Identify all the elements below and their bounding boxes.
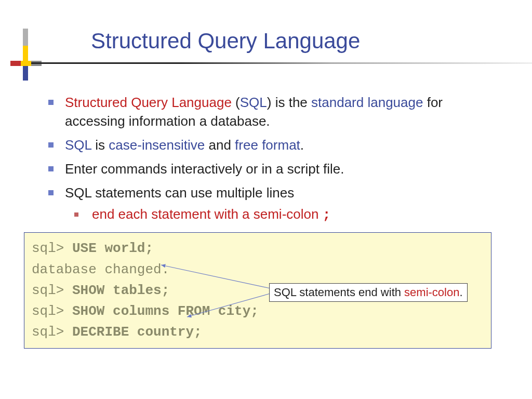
b4-sub-semi: ; <box>323 207 331 223</box>
b1-blue2: standard language <box>311 95 423 110</box>
title-divider <box>31 62 532 64</box>
b2-mid2: and <box>205 137 235 153</box>
b1-blue1: SQL <box>240 95 267 110</box>
cmd-3: SHOW tables; <box>72 283 169 298</box>
cmd-4: SHOW columns FROM city; <box>72 303 259 319</box>
bullet-list: Structured Query Language (SQL) is the s… <box>44 94 501 225</box>
code-line-5: sql> DECRIBE country; <box>32 322 484 342</box>
b2-blue3: free format <box>235 137 300 153</box>
b2-blue1: SQL <box>65 137 91 153</box>
code-line-4: sql> SHOW columns FROM city; <box>32 301 484 322</box>
b2-mid1: is <box>91 137 109 153</box>
prompt-1: sql> <box>32 241 72 256</box>
b1-red: Structured Query Language <box>65 95 232 110</box>
cmd-5: DECRIBE country; <box>72 324 202 340</box>
cmd-1: USE world; <box>72 241 153 256</box>
prompt-3: sql> <box>32 283 72 298</box>
callout-red: semi-colon <box>404 286 459 299</box>
bullet-4: SQL statements can use multiple lines en… <box>44 184 501 225</box>
callout-tail: . <box>459 286 462 299</box>
sub-bullet-list: end each statement with a semi-colon ; <box>65 205 501 225</box>
callout-box: SQL statements end with semi-colon. <box>269 283 468 302</box>
b1-paren: ( <box>232 95 240 110</box>
header: Structured Query Language <box>0 0 532 70</box>
corner-decoration <box>10 29 42 81</box>
b2-tail: . <box>300 137 304 153</box>
code-line-1: sql> USE world; <box>32 238 484 259</box>
bullet-1: Structured Query Language (SQL) is the s… <box>44 94 501 131</box>
slide: Structured Query Language Structured Que… <box>0 0 532 399</box>
page-title: Structured Query Language <box>0 29 532 54</box>
code-line-2: database changed. <box>32 259 484 280</box>
content-area: Structured Query Language (SQL) is the s… <box>0 70 532 225</box>
prompt-5: sql> <box>32 324 72 340</box>
bullet-2: SQL is case-insensitive and free format. <box>44 136 501 155</box>
bullet-3: Enter commands interactively or in a scr… <box>44 160 501 179</box>
b2-blue2: case-insensitive <box>109 137 205 153</box>
b1-mid1: ) is the <box>267 95 311 110</box>
b4-text: SQL statements can use multiple lines <box>65 185 294 201</box>
b4-sub-text: end each statement with a semi-colon <box>92 206 323 222</box>
prompt-4: sql> <box>32 303 72 319</box>
sub-bullet-1: end each statement with a semi-colon ; <box>65 205 501 225</box>
callout-text: SQL statements end with <box>274 286 404 299</box>
